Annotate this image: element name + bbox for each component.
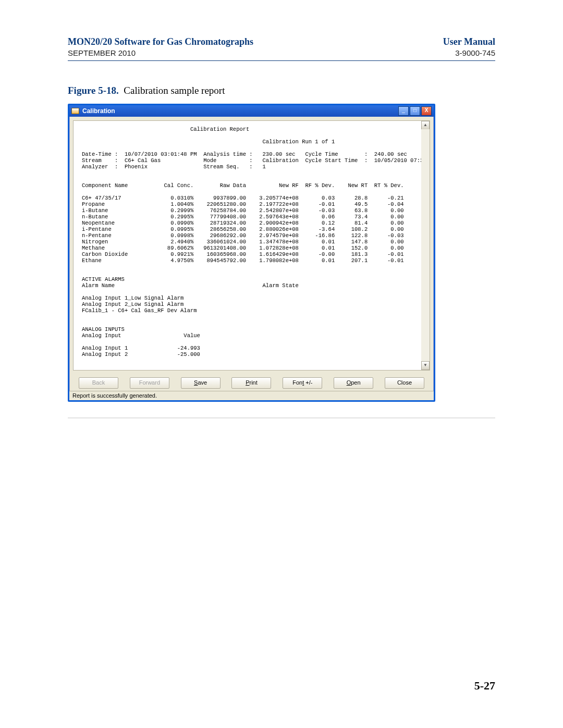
titlebar[interactable]: Calibration _ □ X [69, 105, 434, 117]
maximize-button[interactable]: □ [410, 106, 420, 116]
report-text: Calibration Report Calibration Run 1 of … [82, 126, 421, 357]
figure-caption: Figure 5-18. Calibration sample report [68, 85, 495, 96]
section-separator [68, 417, 495, 418]
minimize-button[interactable]: _ [398, 106, 409, 116]
page-number: 5-27 [474, 679, 495, 693]
doc-number: 3-9000-745 [455, 48, 495, 57]
status-bar: Report is successfully generated. [69, 391, 434, 400]
scroll-down-icon[interactable]: ▼ [421, 361, 430, 370]
back-button[interactable]: Back [79, 377, 118, 389]
open-button[interactable]: Open [334, 377, 373, 389]
window-title: Calibration [82, 107, 115, 115]
doc-title: MON20/20 Software for Gas Chromatographs [68, 36, 253, 47]
font-button[interactable]: Font +/- [283, 377, 322, 389]
figure-label: Figure 5-18. [68, 85, 119, 96]
figure-text: Calibration sample report [124, 85, 225, 96]
save-button[interactable]: Save [181, 377, 221, 389]
report-panel: Calibration Report Calibration Run 1 of … [73, 120, 430, 371]
scrollbar[interactable]: ▲ ▼ [421, 121, 430, 370]
close-icon[interactable]: X [421, 106, 432, 116]
scroll-up-icon[interactable]: ▲ [421, 121, 430, 130]
scroll-track[interactable] [421, 129, 430, 362]
calibration-window: Calibration _ □ X Calibration Report Cal… [68, 104, 435, 402]
app-icon [71, 108, 79, 114]
button-bar: Back Forward Save Print Font +/- Open Cl… [69, 374, 434, 391]
close-button[interactable]: Close [385, 377, 424, 389]
print-button[interactable]: Print [231, 377, 271, 389]
forward-button[interactable]: Forward [130, 377, 169, 389]
doc-date: SEPTEMBER 2010 [68, 48, 136, 57]
doc-user-manual: User Manual [443, 36, 495, 47]
